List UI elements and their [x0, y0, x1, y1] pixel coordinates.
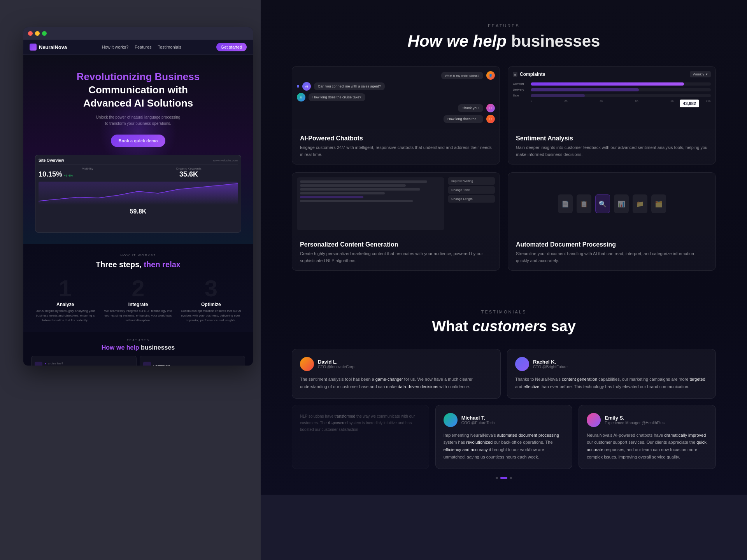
feat-card-complaints: Complaints: [140, 356, 245, 366]
testimonial-david-header: David L. CTO @InnovateCorp: [300, 357, 493, 371]
browser-titlebar: [23, 27, 253, 40]
step-2-num: 2: [104, 277, 172, 300]
testimonial-emily-role: Experience Manager @HealthPlus: [605, 421, 665, 425]
nav-link-testimonials[interactable]: Testimonials: [158, 45, 182, 49]
sentiment-card-desc: Gain deeper insights into customer feedb…: [516, 144, 708, 158]
axis-0: 0: [531, 100, 532, 102]
testimonial-michael-info: Michael T. COO @FutureTech: [461, 415, 495, 425]
logo-icon: [30, 44, 37, 51]
scroll-dot-1[interactable]: [496, 477, 498, 479]
doc-processing-title: Automated Document Processing: [516, 241, 708, 248]
step-1-desc: Our AI begins by thoroughly analyzing yo…: [31, 309, 99, 323]
axis-4k: 4K: [600, 100, 603, 102]
dash-metric-large: 59.8K: [39, 208, 238, 215]
nav-link-features[interactable]: Features: [135, 45, 151, 49]
nav-links: How it works? Features Testimonials: [102, 45, 181, 49]
chat-bubble-1: What is my order status?: [441, 72, 483, 79]
testimonial-michael: Michael T. COO @FutureTech Implementing …: [435, 405, 573, 469]
scroll-dot-2-active[interactable]: [500, 477, 507, 479]
chat-bubble-3: How long does the cruise take?: [309, 93, 365, 101]
feat-card-chatbot: ● cruise tae? What is my order status?: [31, 356, 137, 366]
testimonial-david: David L. CTO @InnovateCorp The sentiment…: [292, 349, 501, 398]
hero-title: Revolutionizing Business Communication w…: [31, 70, 245, 110]
sentiment-card-title: Sentiment Analysis: [516, 135, 708, 142]
bar-row-delivery: Delivery: [513, 88, 711, 91]
content-line-4: [300, 192, 385, 194]
features-preview: FEATURES How we help businesses ● cruise…: [23, 332, 253, 366]
complaints-chart-area: Comfort Delivery: [513, 82, 711, 102]
content-line-5: [300, 200, 413, 202]
testimonials-title-customers: customers: [472, 318, 547, 334]
complaints-period-dropdown[interactable]: Weekly ▾: [690, 71, 711, 77]
testimonial-david-info: David L. CTO @InnovateCorp: [318, 359, 354, 369]
hero-cta-button[interactable]: Book a quick demo: [111, 135, 166, 147]
axis-8k: 8K: [670, 100, 674, 102]
features-label: FEATURES: [31, 338, 245, 342]
nav-cta-button[interactable]: Get started: [216, 43, 247, 51]
testimonials-title-say: say: [551, 318, 575, 334]
dash-chart: [39, 182, 238, 205]
testimonial-emily-name: Emily S.: [605, 415, 665, 421]
complaints-bars: Comfort Delivery: [513, 82, 711, 97]
testimonials-label: TESTIMONIALS: [292, 310, 716, 314]
menu-change-length[interactable]: Change Length: [448, 195, 495, 203]
menu-improve-writing[interactable]: Improve Writing: [448, 177, 495, 185]
doc-icon-4: 📊: [614, 194, 629, 213]
r-features-label: FEATURES: [292, 23, 716, 28]
maximize-button[interactable]: [42, 31, 47, 36]
bar-track-delivery: [531, 88, 711, 91]
chat-row-5: How long does the... U: [297, 115, 495, 123]
chat-row-2: AI Can you connect me with a sales agent…: [297, 82, 495, 91]
scroll-dot-3[interactable]: [510, 477, 512, 479]
step-3: 3 Optimize Continuous optimization ensur…: [177, 277, 245, 323]
testimonial-rachel-text: Thanks to NeuralNova's content generatio…: [515, 376, 708, 390]
doc-icon-5: 📁: [633, 194, 647, 213]
complaints-title: Complaints: [520, 72, 545, 77]
avatar-rachel: [515, 357, 529, 371]
content-menu: Improve Writing Change Tone Change Lengt…: [448, 177, 495, 230]
complaints-chart-preview: ▦ Complaints Weekly ▾ Comfort: [508, 66, 715, 129]
testimonial-emily-header: Emily S. Experience Manager @HealthPlus: [587, 413, 708, 427]
chat-row-3: U How long does the cruise take?: [297, 93, 495, 102]
complaints-icon: [143, 362, 151, 366]
complaints-tooltip: 43,982: [680, 100, 699, 107]
testimonial-michael-name: Michael T.: [461, 415, 495, 421]
nav-link-how[interactable]: How it works?: [102, 45, 128, 49]
complaints-icon-small: ▦: [513, 72, 517, 77]
step-2-title: Integrate: [104, 302, 172, 307]
content-gen-inner: Improve Writing Change Tone Change Lengt…: [292, 173, 500, 235]
nav-logo: NeuralNova: [30, 44, 67, 51]
features-title: How we help businesses: [31, 344, 245, 351]
complaints-widget: ▦ Complaints Weekly ▾ Comfort: [508, 66, 715, 129]
testimonial-michael-text: Implementing NeuralNova's automated docu…: [444, 432, 565, 461]
chatbot-card-body: AI-Powered Chatbots Engage customers 24/…: [292, 129, 500, 164]
axis-6k: 6K: [635, 100, 638, 102]
chat-bubble-4: Thank you!: [458, 104, 483, 112]
chatbot-label: ● cruise tae? What is my order status?: [45, 362, 79, 366]
bar-row-sale: Sale: [513, 94, 711, 97]
avatar-emily: [587, 413, 601, 427]
complaints-header: ▦ Complaints Weekly ▾: [513, 71, 711, 77]
content-text-area: [297, 177, 444, 230]
testimonials-grid-row2: NLP solutions have transformed the way w…: [292, 405, 716, 469]
bar-label-comfort: Comfort: [513, 82, 528, 86]
hero-section: Revolutionizing Business Communication w…: [23, 55, 253, 244]
doc-icons-row: 📄 📋 🔍 📊 📁 🗂️: [550, 173, 674, 235]
chat-avatar-1: 👤: [486, 71, 495, 80]
testimonial-rachel-role: CTO @BrightFuture: [533, 365, 568, 369]
testimonials-title: What customers say: [292, 318, 716, 335]
dashboard-preview: Site Overview www.website.com Visibility…: [35, 155, 241, 233]
menu-change-tone[interactable]: Change Tone: [448, 186, 495, 194]
chatbot-chat-preview: What is my order status? 👤 AI Can you co…: [292, 66, 500, 129]
hero-subtitle: Unlock the power of natural language pro…: [31, 114, 245, 127]
testimonial-rachel-name: Rachel K.: [533, 359, 568, 365]
minimize-button[interactable]: [35, 31, 40, 36]
testimonial-emily-info: Emily S. Experience Manager @HealthPlus: [605, 415, 665, 425]
dash-header: Site Overview www.website.com: [39, 158, 238, 164]
bar-track-sale: [531, 94, 711, 97]
close-button[interactable]: [28, 31, 33, 36]
bar-fill-sale: [531, 94, 585, 97]
avatar-david: [300, 357, 314, 371]
chatbot-card-desc: Engage customers 24/7 with intelligent, …: [300, 144, 492, 158]
chatbot-icon: [35, 362, 42, 366]
